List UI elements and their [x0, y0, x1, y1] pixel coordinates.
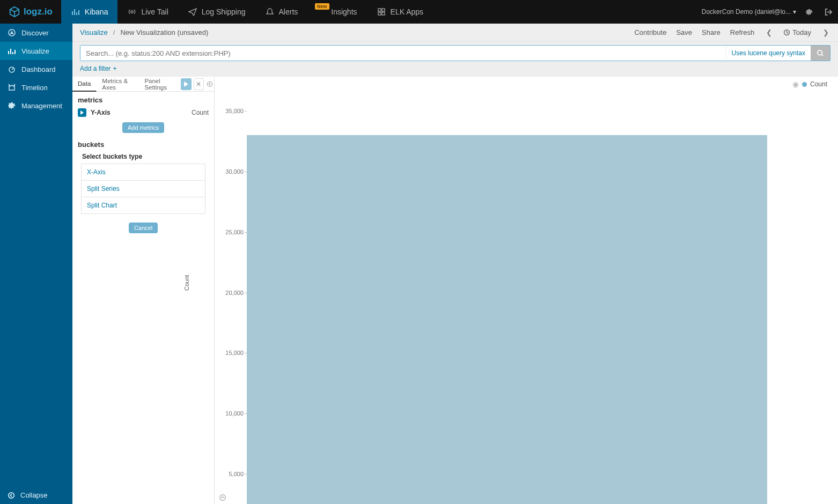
metric-value: Count	[192, 109, 209, 116]
plus-icon: +	[113, 65, 116, 72]
settings-button[interactable]	[799, 0, 819, 24]
y-tick: 30,000	[220, 168, 244, 175]
tab-data[interactable]: Data	[72, 77, 97, 92]
chevron-up-circle-icon	[219, 494, 226, 501]
caret-down-icon: ▾	[793, 8, 796, 16]
chart-legend[interactable]: ◉ Count	[792, 80, 827, 88]
user-label: DockerCon Demo (daniel@lo...	[702, 8, 791, 16]
apps-icon	[377, 7, 386, 17]
nav-tab-elkapps[interactable]: ELK Apps	[367, 0, 433, 24]
brand-text: logz.io	[24, 6, 53, 17]
legend-color-swatch	[802, 82, 807, 87]
logout-button[interactable]	[819, 0, 838, 24]
nav-label: ELK Apps	[391, 8, 424, 16]
bell-icon	[265, 7, 275, 17]
visualize-icon	[8, 47, 16, 55]
nav-label: Alerts	[279, 8, 298, 16]
editor-tabs: Data Metrics & Axes Panel Settings ✕	[72, 77, 214, 92]
legend-toggle-icon[interactable]: ◉	[792, 80, 799, 88]
metrics-heading: metrics	[72, 92, 214, 106]
insights-icon: New	[317, 7, 327, 17]
search-row: Uses lucene query syntax	[72, 42, 838, 61]
top-nav: logz.io Kibana Live Tail Log Shipping Al…	[0, 0, 838, 24]
clock-icon	[783, 29, 790, 36]
nav-tab-logshipping[interactable]: Log Shipping	[178, 0, 255, 24]
add-filter-label: Add a filter	[80, 65, 111, 72]
bucket-xaxis[interactable]: X-Axis	[81, 164, 205, 181]
nav-label: Live Tail	[141, 8, 168, 16]
cube-icon	[9, 6, 20, 18]
paper-plane-icon	[188, 7, 197, 17]
play-icon	[183, 81, 189, 87]
broadcast-icon	[127, 7, 137, 17]
kibana-sidebar: Discover Visualize Dashboard Timelion Ma…	[0, 24, 72, 504]
y-tick: 10,000	[220, 410, 244, 417]
gear-icon	[805, 8, 813, 16]
brand-logo[interactable]: logz.io	[0, 6, 61, 18]
sidebar-item-discover[interactable]: Discover	[0, 24, 72, 42]
apply-changes-button[interactable]	[181, 78, 192, 90]
compass-icon	[8, 28, 16, 37]
nav-label: Log Shipping	[202, 8, 246, 16]
breadcrumb-root[interactable]: Visualize	[80, 28, 108, 36]
collapse-panel-button[interactable]	[206, 81, 214, 87]
action-contribute[interactable]: Contribute	[634, 28, 666, 36]
svg-rect-3	[378, 12, 381, 15]
expand-chart[interactable]	[219, 494, 226, 503]
viz-editor: Data Metrics & Axes Panel Settings ✕ met…	[72, 77, 215, 504]
nav-label: Insights	[331, 8, 357, 16]
sidebar-item-visualize[interactable]: Visualize	[0, 42, 72, 60]
breadcrumb-sep: /	[113, 28, 115, 36]
breadcrumb-current: New Visualization (unsaved)	[120, 28, 208, 36]
time-prev[interactable]: ❮	[764, 28, 774, 36]
svg-point-9	[818, 50, 822, 55]
sidebar-collapse[interactable]: Collapse	[0, 486, 72, 504]
search-input[interactable]	[80, 46, 726, 61]
discard-changes-button[interactable]: ✕	[194, 78, 204, 90]
expand-toggle[interactable]	[78, 108, 86, 117]
y-tick: 20,000	[220, 290, 244, 296]
bar-chart-icon	[71, 7, 80, 17]
search-button[interactable]	[811, 46, 830, 61]
bucket-split-series[interactable]: Split Series	[81, 181, 205, 197]
sidebar-item-timelion[interactable]: Timelion	[0, 78, 72, 97]
nav-tab-livetail[interactable]: Live Tail	[117, 0, 178, 24]
nav-tab-alerts[interactable]: Alerts	[255, 0, 308, 24]
sidebar-label: Timelion	[21, 84, 48, 92]
buckets-heading: buckets	[72, 136, 214, 151]
metric-row-yaxis[interactable]: Y-Axis Count	[72, 106, 214, 119]
time-label: Today	[792, 28, 811, 36]
chart-area: ◉ Count Count 05,00010,00015,00020,00025…	[215, 77, 838, 504]
chart-bar[interactable]	[247, 135, 767, 504]
collapse-icon	[8, 492, 15, 499]
tab-panel-settings[interactable]: Panel Settings	[139, 77, 181, 92]
add-metrics-button[interactable]: Add metrics	[122, 122, 164, 133]
bucket-split-chart[interactable]: Split Chart	[81, 197, 205, 214]
sidebar-label: Dashboard	[21, 65, 56, 73]
sidebar-item-management[interactable]: Management	[0, 97, 72, 115]
action-save[interactable]: Save	[676, 28, 692, 36]
breadcrumb-bar: Visualize / New Visualization (unsaved) …	[72, 24, 838, 42]
tab-metrics-axes[interactable]: Metrics & Axes	[97, 77, 139, 92]
cancel-button[interactable]: Cancel	[129, 223, 158, 233]
metric-axis-label: Y-Axis	[91, 109, 111, 116]
buckets-instruction: Select buckets type	[72, 151, 214, 164]
action-share[interactable]: Share	[702, 28, 721, 36]
logout-icon	[825, 8, 833, 16]
action-refresh[interactable]: Refresh	[730, 28, 755, 36]
nav-tab-kibana[interactable]: Kibana	[61, 0, 118, 24]
time-next[interactable]: ❯	[821, 28, 830, 36]
y-tick: 5,000	[220, 471, 244, 477]
sidebar-item-dashboard[interactable]: Dashboard	[0, 60, 72, 78]
time-picker[interactable]: Today	[783, 28, 811, 36]
search-icon	[817, 49, 824, 57]
svg-point-0	[131, 11, 133, 13]
user-menu[interactable]: DockerCon Demo (daniel@lo... ▾	[699, 8, 799, 16]
search-wrap: Uses lucene query syntax	[80, 45, 830, 61]
lucene-hint[interactable]: Uses lucene query syntax	[726, 46, 811, 61]
svg-point-7	[9, 492, 14, 498]
nav-tab-insights[interactable]: New Insights	[307, 0, 366, 24]
sidebar-label: Visualize	[21, 47, 49, 55]
new-badge: New	[315, 3, 329, 10]
add-filter[interactable]: Add a filter +	[80, 65, 116, 72]
